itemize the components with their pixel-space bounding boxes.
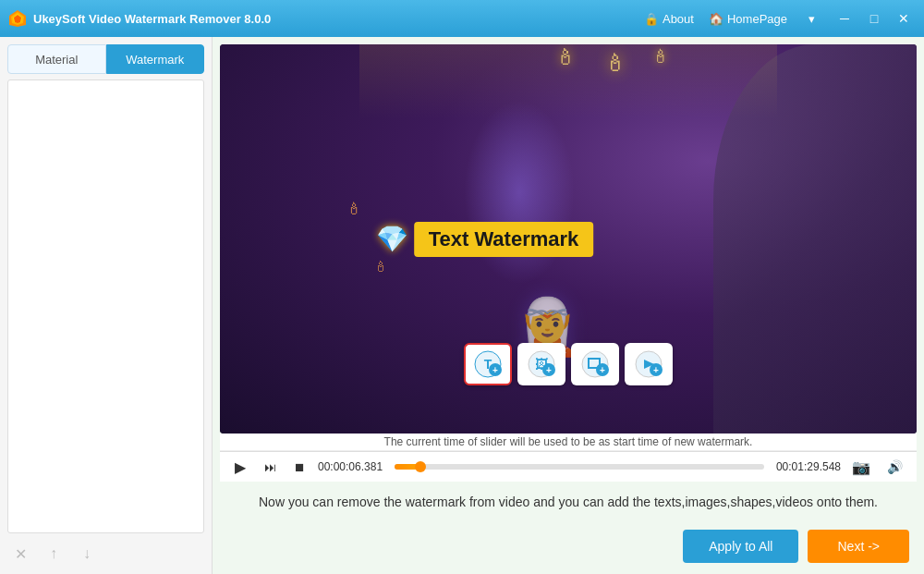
- titlebar-nav: 🔒 About 🏠 HomePage ▾: [644, 8, 821, 29]
- tab-material[interactable]: Material: [7, 44, 106, 74]
- watermark-overlay: 💎 Text Watermark: [376, 222, 594, 257]
- main-container: Material Watermark ✕ ↑ ↓: [0, 37, 924, 574]
- delete-icon: ✕: [15, 545, 27, 563]
- add-shape-watermark-button[interactable]: +: [571, 343, 619, 385]
- action-buttons: ✕ ↑ ↓: [7, 541, 204, 567]
- apply-to-all-button[interactable]: Apply to All: [683, 530, 798, 563]
- watermark-toolbar: T + 🖼 +: [464, 343, 673, 385]
- dropdown-button[interactable]: ▾: [802, 8, 821, 29]
- svg-text:+: +: [546, 365, 552, 375]
- info-text-area: Now you can remove the watermark from vi…: [213, 482, 924, 522]
- move-up-button[interactable]: ↑: [41, 541, 67, 567]
- hint-bar: The current time of slider will be used …: [220, 434, 917, 451]
- svg-text:+: +: [600, 365, 605, 375]
- hint-text: The current time of slider will be used …: [384, 435, 753, 448]
- progress-thumb: [415, 461, 426, 472]
- stop-button[interactable]: ⏹: [288, 456, 310, 478]
- sidebar: Material Watermark ✕ ↑ ↓: [0, 37, 213, 574]
- video-preview: 🕯 🕯 🕯 🧝 🕯 🕯 💎 Text Watermark: [220, 44, 917, 434]
- titlebar: UkeySoft Video Watermark Remover 8.0.0 🔒…: [0, 0, 924, 37]
- screenshot-button[interactable]: 📷: [848, 456, 874, 478]
- chandelier-2: 🕯: [651, 46, 670, 67]
- content-area: 🕯 🕯 🕯 🧝 🕯 🕯 💎 Text Watermark: [213, 37, 924, 574]
- volume-button[interactable]: 🔊: [881, 456, 907, 478]
- delete-button[interactable]: ✕: [7, 541, 33, 567]
- svg-text:+: +: [653, 365, 659, 375]
- minimize-button[interactable]: ─: [832, 8, 857, 29]
- add-image-watermark-button[interactable]: 🖼 +: [517, 343, 565, 385]
- app-title: UkeySoft Video Watermark Remover 8.0.0: [33, 12, 644, 26]
- move-down-button[interactable]: ↓: [74, 541, 100, 567]
- scene-glow: [464, 100, 575, 285]
- end-time: 00:01:29.548: [772, 460, 841, 473]
- watermark-text-label: Text Watermark: [414, 222, 594, 257]
- arrow-up-icon: ↑: [50, 545, 57, 562]
- app-logo: [7, 8, 28, 29]
- step-forward-button[interactable]: ⏭: [259, 456, 281, 478]
- about-link[interactable]: 🔒 About: [644, 12, 694, 26]
- wall-light-2: 🕯: [373, 259, 388, 275]
- svg-text:+: +: [492, 365, 498, 375]
- info-message: Now you can remove the watermark from vi…: [259, 495, 878, 509]
- homepage-link[interactable]: 🏠 HomePage: [709, 12, 787, 26]
- progress-fill: [395, 464, 420, 470]
- next-button[interactable]: Next ->: [808, 530, 909, 563]
- watermark-list: [7, 79, 204, 533]
- bottom-actions: Apply to All Next ->: [213, 522, 924, 574]
- current-time: 00:00:06.381: [318, 460, 387, 473]
- chandelier-1: 🕯: [603, 49, 627, 78]
- watermark-diamond-icon: 💎: [376, 224, 408, 254]
- progress-bar[interactable]: [395, 464, 764, 470]
- maximize-button[interactable]: □: [861, 8, 887, 29]
- tab-watermark[interactable]: Watermark: [106, 44, 205, 74]
- playback-bar: ▶ ⏭ ⏹ 00:00:06.381 00:01:29.548 📷 🔊: [220, 451, 917, 482]
- window-controls: ─ □ ✕: [832, 8, 917, 29]
- chandelier-3: 🕯: [554, 44, 577, 70]
- arrow-down-icon: ↓: [83, 545, 91, 562]
- play-button[interactable]: ▶: [229, 456, 251, 478]
- home-icon: 🏠: [709, 12, 723, 26]
- add-video-watermark-button[interactable]: +: [625, 343, 673, 385]
- tab-row: Material Watermark: [7, 44, 204, 74]
- add-text-watermark-button[interactable]: T +: [464, 343, 512, 385]
- lock-icon: 🔒: [644, 12, 659, 26]
- close-button[interactable]: ✕: [891, 8, 917, 29]
- wall-light-1: 🕯: [346, 200, 362, 219]
